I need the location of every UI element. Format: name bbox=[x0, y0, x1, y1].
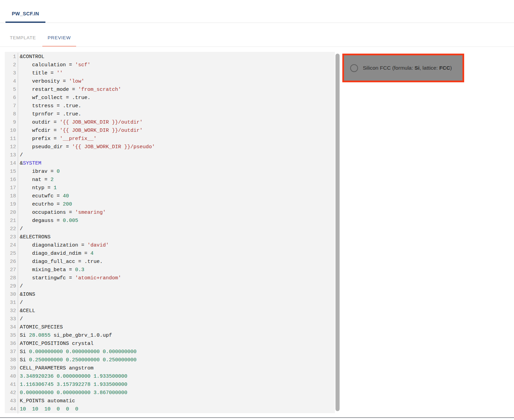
code-text: &CONTROL bbox=[18, 53, 44, 61]
code-text: / bbox=[18, 315, 23, 323]
code-text: prefix = '__prefix__' bbox=[18, 135, 97, 143]
code-text: CELL_PARAMETERS angstrom bbox=[18, 364, 94, 373]
code-line: 27 mixing_beta = 0.3 bbox=[5, 266, 340, 274]
code-text: ecutrho = 200 bbox=[18, 200, 72, 209]
code-text: Si 0.250000000 0.250000000 0.250000000 bbox=[18, 356, 137, 364]
code-text: Si 0.000000000 0.000000000 0.000000000 bbox=[18, 348, 137, 356]
line-number: 38 bbox=[5, 356, 18, 364]
line-number: 28 bbox=[5, 274, 18, 282]
code-line: 10 wfcdir = '{{ JOB_WORK_DIR }}/outdir' bbox=[5, 127, 340, 135]
code-text: verbosity = 'low' bbox=[18, 78, 84, 86]
line-number: 5 bbox=[5, 86, 18, 94]
radio-button-icon[interactable] bbox=[350, 64, 358, 72]
code-line: 4410 10 10 0 0 0 bbox=[5, 405, 340, 414]
structure-option-label: Silicon FCC (formula: Si, lattice: FCC) bbox=[363, 65, 452, 71]
line-number: 37 bbox=[5, 348, 18, 356]
code-line: 22/ bbox=[5, 225, 340, 233]
code-line: 11 prefix = '__prefix__' bbox=[5, 135, 340, 143]
code-text: / bbox=[18, 225, 23, 233]
structure-details-mid: , lattice: bbox=[419, 65, 439, 71]
line-number: 15 bbox=[5, 168, 18, 176]
code-preview-editor[interactable]: 1&CONTROL2 calculation = 'scf'3 title = … bbox=[5, 52, 340, 413]
code-text: degauss = 0.005 bbox=[18, 217, 78, 225]
structure-lattice: FCC bbox=[439, 65, 450, 71]
code-text: title = '' bbox=[18, 69, 63, 78]
code-line: 29/ bbox=[5, 282, 340, 291]
code-line: 2 calculation = 'scf' bbox=[5, 61, 340, 69]
code-line: 36ATOMIC_POSITIONS crystal bbox=[5, 340, 340, 348]
code-line: 32&CELL bbox=[5, 307, 340, 315]
tab-template[interactable]: TEMPLATE bbox=[6, 23, 40, 47]
code-text: 1.116306745 3.157392278 1.933500000 bbox=[18, 381, 127, 389]
line-number: 36 bbox=[5, 340, 18, 348]
code-line: 19 ecutrho = 200 bbox=[5, 200, 340, 209]
code-line: 39CELL_PARAMETERS angstrom bbox=[5, 364, 340, 373]
code-line: 1&CONTROL bbox=[5, 53, 340, 61]
code-line: 34ATOMIC_SPECIES bbox=[5, 323, 340, 332]
code-line: 3 title = '' bbox=[5, 69, 340, 78]
line-number: 43 bbox=[5, 397, 18, 405]
code-text: outdir = '{{ JOB_WORK_DIR }}/outdir' bbox=[18, 118, 143, 127]
code-line: 4 verbosity = 'low' bbox=[5, 78, 340, 86]
code-text: ATOMIC_SPECIES bbox=[18, 323, 63, 332]
template-tab-label: TEMPLATE bbox=[10, 35, 36, 40]
code-line: 6 wf_collect = .true. bbox=[5, 94, 340, 102]
code-text: ibrav = 0 bbox=[18, 168, 60, 176]
line-number: 16 bbox=[5, 176, 18, 184]
code-text: ATOMIC_POSITIONS crystal bbox=[18, 340, 94, 348]
line-number: 13 bbox=[5, 151, 18, 159]
code-line: 24 diagonalization = 'david' bbox=[5, 241, 340, 250]
code-text: tstress = .true. bbox=[18, 102, 81, 110]
code-text: Si 28.0855 si_pbe_gbrv_1.0.upf bbox=[18, 332, 112, 340]
code-line: 35Si 28.0855 si_pbe_gbrv_1.0.upf bbox=[5, 332, 340, 340]
code-line: 12 pseudo_dir = '{{ JOB_WORK_DIR }}/pseu… bbox=[5, 143, 340, 151]
line-number: 42 bbox=[5, 389, 18, 397]
code-line: 31/ bbox=[5, 299, 340, 307]
line-number: 32 bbox=[5, 307, 18, 315]
code-text: ecutwfc = 40 bbox=[18, 192, 69, 200]
bottom-divider bbox=[0, 417, 514, 418]
line-number: 34 bbox=[5, 323, 18, 332]
line-number: 35 bbox=[5, 332, 18, 340]
code-text: K_POINTS automatic bbox=[18, 397, 75, 405]
line-number: 21 bbox=[5, 217, 18, 225]
structure-name: Silicon FCC bbox=[363, 65, 391, 71]
code-line: 9 outdir = '{{ JOB_WORK_DIR }}/outdir' bbox=[5, 118, 340, 127]
code-line: 23&ELECTRONS bbox=[5, 233, 340, 241]
line-number: 40 bbox=[5, 373, 18, 381]
code-text: &ELECTRONS bbox=[18, 233, 51, 241]
code-text: 10 10 10 0 0 0 bbox=[18, 405, 78, 414]
code-line: 28 startingwfc = 'atomic+random' bbox=[5, 274, 340, 282]
line-number: 3 bbox=[5, 69, 18, 78]
code-text: 0.000000000 0.000000000 3.867000000 bbox=[18, 389, 127, 397]
line-number: 10 bbox=[5, 127, 18, 135]
line-number: 2 bbox=[5, 61, 18, 69]
line-number: 44 bbox=[5, 405, 18, 414]
line-number: 31 bbox=[5, 299, 18, 307]
code-line: 420.000000000 0.000000000 3.867000000 bbox=[5, 389, 340, 397]
line-number: 26 bbox=[5, 258, 18, 266]
editor-scrollbar-thumb[interactable] bbox=[335, 54, 340, 411]
code-line: 37Si 0.000000000 0.000000000 0.000000000 bbox=[5, 348, 340, 356]
line-number: 29 bbox=[5, 282, 18, 291]
code-text: ntyp = 1 bbox=[18, 184, 57, 192]
tab-pw-scf-in[interactable]: PW_SCF.IN bbox=[5, 0, 45, 23]
code-line: 17 ntyp = 1 bbox=[5, 184, 340, 192]
code-line: 26 diago_full_acc = .true. bbox=[5, 258, 340, 266]
code-line: 16 nat = 2 bbox=[5, 176, 340, 184]
file-tab-bar: PW_SCF.IN bbox=[0, 0, 514, 23]
code-line: 21 degauss = 0.005 bbox=[5, 217, 340, 225]
structure-details-suffix: ) bbox=[450, 65, 452, 71]
structure-details-prefix: (formula: bbox=[391, 65, 415, 71]
code-text: 3.348920236 0.000000000 1.933500000 bbox=[18, 373, 127, 381]
code-text: &CELL bbox=[18, 307, 35, 315]
line-number: 12 bbox=[5, 143, 18, 151]
code-text: pseudo_dir = '{{ JOB_WORK_DIR }}/pseudo' bbox=[18, 143, 155, 151]
code-line: 411.116306745 3.157392278 1.933500000 bbox=[5, 381, 340, 389]
tab-preview[interactable]: PREVIEW bbox=[42, 23, 76, 47]
structure-formula: Si bbox=[415, 65, 420, 71]
code-text: startingwfc = 'atomic+random' bbox=[18, 274, 121, 282]
code-text: wf_collect = .true. bbox=[18, 94, 90, 102]
line-number: 8 bbox=[5, 110, 18, 118]
structure-option-silicon-fcc[interactable]: Silicon FCC (formula: Si, lattice: FCC) bbox=[342, 54, 464, 82]
